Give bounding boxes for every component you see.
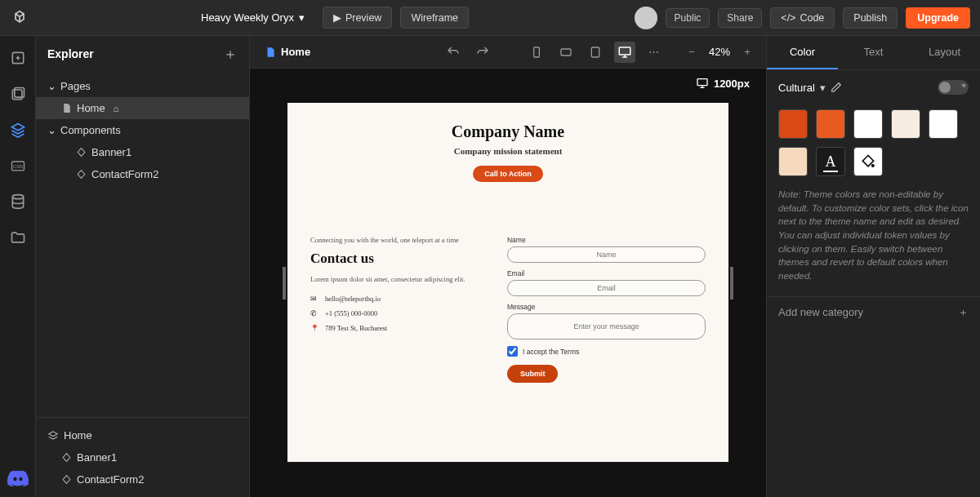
name-input[interactable] bbox=[507, 246, 706, 263]
phone-icon: ✆ bbox=[310, 309, 318, 317]
assets-folder-icon[interactable] bbox=[9, 229, 27, 246]
user-avatar[interactable] bbox=[635, 7, 657, 29]
css-icon[interactable]: CSS bbox=[9, 157, 27, 175]
email-icon: ✉ bbox=[310, 295, 318, 303]
tab-color[interactable]: Color bbox=[767, 36, 838, 69]
zoom-in-button[interactable]: + bbox=[737, 42, 758, 63]
project-title-dropdown[interactable]: Heavy Weekly Oryx ▾ bbox=[201, 11, 305, 24]
wireframe-button[interactable]: Wireframe bbox=[400, 7, 469, 29]
svg-text:CSS: CSS bbox=[13, 164, 23, 169]
tablet-landscape-button[interactable] bbox=[555, 42, 577, 63]
database-icon[interactable] bbox=[9, 193, 27, 211]
file-icon bbox=[265, 47, 276, 58]
sun-icon: ☀ bbox=[960, 82, 967, 90]
svg-rect-10 bbox=[697, 79, 707, 86]
canvas-frame[interactable]: Company Name Company mission statement C… bbox=[287, 103, 728, 462]
tab-layout[interactable]: Layout bbox=[909, 36, 980, 69]
theme-mode-toggle[interactable]: ☀ bbox=[938, 80, 969, 95]
play-icon: ▶ bbox=[333, 11, 341, 24]
components-section[interactable]: ⌄ Components bbox=[36, 119, 249, 141]
svg-rect-7 bbox=[561, 49, 571, 55]
canvas-toolbar: Home ⋯ − 42% + bbox=[250, 36, 766, 69]
add-category-button[interactable]: Add new category ＋ bbox=[767, 296, 980, 328]
project-title-text: Heavy Weekly Oryx bbox=[201, 11, 294, 24]
top-toolbar: Heavy Weekly Oryx ▾ ▶ Preview Wireframe … bbox=[0, 0, 980, 36]
explorer-title: Explorer bbox=[47, 47, 94, 60]
chevron-down-icon[interactable]: ▾ bbox=[820, 82, 826, 94]
redo-button[interactable] bbox=[472, 42, 493, 63]
zoom-value: 42% bbox=[709, 46, 730, 58]
explorer-panel: Explorer ＋ ⌄ Pages Home ⌂ ⌄ Components bbox=[36, 36, 250, 497]
add-element-icon[interactable] bbox=[9, 49, 27, 67]
message-label: Message bbox=[507, 303, 706, 311]
cta-button[interactable]: Call to Action bbox=[473, 166, 543, 182]
text-color-swatch[interactable]: A bbox=[816, 147, 845, 176]
canvas-width-indicator: 1200px bbox=[696, 77, 750, 90]
desktop-icon bbox=[696, 77, 709, 90]
color-swatch-6[interactable] bbox=[778, 147, 808, 176]
tab-text[interactable]: Text bbox=[838, 36, 909, 69]
theme-name[interactable]: Cultural bbox=[778, 82, 815, 94]
edit-theme-icon[interactable] bbox=[831, 82, 842, 93]
color-swatch-1[interactable] bbox=[778, 109, 808, 139]
undo-button[interactable] bbox=[443, 42, 464, 63]
discord-button[interactable] bbox=[7, 468, 29, 490]
color-swatch-4[interactable] bbox=[891, 109, 920, 139]
code-icon: </> bbox=[781, 12, 795, 24]
publish-button[interactable]: Publish bbox=[843, 7, 898, 29]
outline-root-home[interactable]: Home bbox=[36, 424, 249, 446]
svg-rect-9 bbox=[619, 47, 630, 55]
outline-item-banner1[interactable]: Banner1 bbox=[36, 446, 249, 468]
banner-title: Company Name bbox=[304, 122, 712, 141]
canvas-area[interactable]: 1200px Company Name Company mission stat… bbox=[250, 69, 766, 497]
outline-item-contactform2[interactable]: ContactForm2 bbox=[36, 468, 249, 490]
banner-subtitle: Company mission statement bbox=[304, 146, 712, 156]
canvas-tab-home[interactable]: Home bbox=[258, 42, 317, 61]
component-item-contactform2[interactable]: ContactForm2 bbox=[36, 163, 249, 185]
tablet-portrait-button[interactable] bbox=[585, 42, 606, 63]
left-icon-rail: CSS bbox=[0, 36, 36, 497]
svg-rect-6 bbox=[534, 47, 540, 57]
component-icon bbox=[60, 474, 72, 486]
zoom-out-button[interactable]: − bbox=[681, 42, 702, 63]
contact-address-row: 📍 789 Test St, Bucharest bbox=[310, 324, 491, 332]
more-options-button[interactable]: ⋯ bbox=[644, 42, 665, 63]
right-inspector-panel: Color Text Layout Cultural ▾ ☀ A Note: T… bbox=[766, 36, 980, 497]
page-item-home[interactable]: Home ⌂ bbox=[36, 97, 249, 119]
explorer-add-button[interactable]: ＋ bbox=[223, 44, 238, 64]
mobile-viewport-button[interactable] bbox=[526, 42, 547, 63]
color-swatches: A bbox=[767, 104, 980, 188]
theme-note: Note: Theme colors are non-editable by d… bbox=[767, 188, 980, 296]
visibility-button[interactable]: Public bbox=[666, 8, 710, 28]
chevron-down-icon: ▾ bbox=[299, 11, 305, 24]
color-swatch-2[interactable] bbox=[816, 109, 845, 139]
color-swatch-3[interactable] bbox=[853, 109, 883, 139]
contact-description: Lorem ipsum dolor sit amet, consectetur … bbox=[310, 275, 491, 283]
fill-tool-swatch[interactable] bbox=[853, 147, 883, 176]
app-logo[interactable] bbox=[10, 8, 29, 28]
chevron-down-icon: ⌄ bbox=[47, 80, 56, 92]
desktop-viewport-button[interactable] bbox=[614, 42, 635, 63]
email-input[interactable] bbox=[507, 280, 706, 296]
add-page-icon[interactable] bbox=[9, 85, 27, 103]
color-swatch-5[interactable] bbox=[929, 109, 958, 139]
component-icon bbox=[75, 169, 87, 180]
terms-checkbox[interactable] bbox=[507, 346, 518, 357]
resize-handle-left[interactable] bbox=[283, 267, 286, 300]
resize-handle-right[interactable] bbox=[730, 267, 733, 300]
submit-button[interactable]: Submit bbox=[507, 365, 559, 383]
layers-icon[interactable] bbox=[9, 121, 27, 139]
banner-component[interactable]: Company Name Company mission statement C… bbox=[287, 103, 728, 195]
contact-form-component[interactable]: Connecting you with the world, one telep… bbox=[287, 195, 728, 399]
terms-label: I accept the Terms bbox=[523, 348, 579, 356]
component-item-banner1[interactable]: Banner1 bbox=[36, 141, 249, 163]
stack-icon bbox=[47, 430, 59, 442]
preview-button[interactable]: ▶ Preview bbox=[323, 7, 392, 29]
name-label: Name bbox=[507, 236, 706, 244]
code-button[interactable]: </> Code bbox=[770, 7, 835, 29]
message-input[interactable] bbox=[507, 313, 706, 339]
upgrade-button[interactable]: Upgrade bbox=[906, 7, 970, 29]
share-button[interactable]: Share bbox=[718, 8, 762, 28]
pages-section[interactable]: ⌄ Pages bbox=[36, 75, 249, 97]
contact-phone-row: ✆ +1 (555) 000-0000 bbox=[310, 309, 491, 317]
